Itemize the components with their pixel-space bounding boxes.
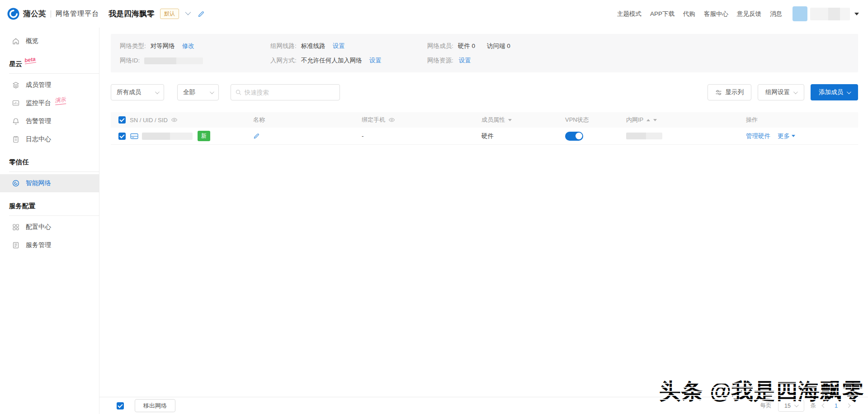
member-filter-select[interactable]: 所有成员 [111, 84, 164, 100]
chevron-down-icon [794, 403, 799, 407]
sliders-icon [715, 89, 722, 96]
brand-product-name: 网络管理平台 [56, 10, 99, 18]
nav-messages[interactable]: 消息 [770, 10, 782, 18]
page-size-select[interactable]: 15 [778, 400, 804, 412]
status-filter-select[interactable]: 全部 [177, 84, 219, 100]
nav-theme-mode[interactable]: 主题模式 [617, 10, 642, 18]
sidebar-divider [9, 215, 99, 216]
cell-name [253, 133, 362, 139]
field-label: 网络成员: [427, 42, 453, 50]
ip-redacted [626, 133, 662, 139]
cell-attr: 硬件 [481, 132, 565, 140]
network-settings-button[interactable]: 组网设置 [758, 84, 804, 100]
more-label: 更多 [778, 132, 790, 140]
search-icon [236, 89, 241, 95]
next-page-icon[interactable] [846, 404, 851, 408]
layers-icon [12, 81, 20, 89]
filter-bar: 所有成员 全部 显示列 组网设置 [111, 84, 858, 100]
row-checkbox[interactable] [118, 133, 126, 140]
dandelion-logo-icon [7, 8, 19, 20]
sidebar-section-zero-trust: 零信任 [0, 158, 99, 167]
sidebar-item-label: 日志中心 [26, 135, 51, 143]
col-actions: 操作 [746, 116, 858, 124]
section-title: 零信任 [9, 158, 29, 167]
selected-value: 所有成员 [117, 88, 141, 96]
page-title: 我是四海飘零 [108, 9, 155, 19]
column-label: 操作 [746, 116, 758, 124]
current-page[interactable]: 1 [832, 403, 840, 409]
add-member-button[interactable]: 添加成员 [811, 84, 858, 100]
nav-app-download[interactable]: APP下载 [650, 10, 675, 18]
home-icon [12, 37, 20, 45]
sidebar-item-config-center[interactable]: 配置中心 [0, 218, 99, 236]
sidebar-divider [9, 171, 99, 172]
members-hardware-count: 硬件 0 [458, 42, 475, 50]
caret-down-icon [792, 135, 795, 137]
column-label: 绑定手机 [362, 116, 385, 124]
edit-name-icon[interactable] [253, 133, 260, 139]
sidebar-item-service-management[interactable]: 服务管理 [0, 236, 99, 254]
col-attr[interactable]: 成员属性 [481, 116, 565, 124]
show-columns-button[interactable]: 显示列 [708, 84, 752, 100]
sidebar-item-log-center[interactable]: 日志中心 [0, 130, 99, 148]
default-badge: 默认 [160, 9, 179, 19]
cell-actions: 管理硬件 更多 [746, 132, 858, 140]
sidebar-item-label: 告警管理 [26, 117, 51, 125]
manage-hardware-link[interactable]: 管理硬件 [746, 132, 770, 140]
table-header-row: SN / UID / SID 名称 绑定手机 成员属性 VPN状态 内网IP [111, 112, 858, 128]
nav-support-center[interactable]: 客服中心 [704, 10, 728, 18]
demo-badge: 演示 [54, 96, 66, 105]
col-name: 名称 [253, 116, 362, 124]
sn-redacted [142, 133, 193, 140]
chevron-down-icon [847, 90, 851, 94]
topbar: 蒲公英 网络管理平台 我是四海飘零 默认 主题模式 APP下载 代购 客服中心 … [0, 0, 868, 28]
sidebar-item-alert-management[interactable]: 告警管理 [0, 112, 99, 130]
sidebar-item-member-management[interactable]: 成员管理 [0, 76, 99, 94]
remove-from-network-button[interactable]: 移出网络 [135, 399, 175, 412]
col-ip[interactable]: 内网IP [626, 116, 746, 124]
network-switch-chevron-icon[interactable] [185, 10, 191, 15]
network-type-field: 网络类型: 对等网络 修改 [120, 42, 270, 50]
nav-purchase[interactable]: 代购 [683, 10, 695, 18]
footer-bar: 移出网络 每页 15 条 1 [99, 397, 868, 414]
column-label: 成员属性 [481, 116, 505, 124]
search-input[interactable] [245, 89, 335, 96]
chevron-down-icon [210, 90, 214, 94]
line-settings-link[interactable]: 设置 [333, 42, 345, 50]
network-line-value: 标准线路 [301, 42, 326, 50]
network-title-area: 我是四海飘零 默认 [108, 9, 205, 19]
col-sn: SN / UID / SID [130, 117, 253, 124]
sidebar-item-overview[interactable]: 概览 [0, 32, 99, 50]
vpn-toggle[interactable] [565, 132, 583, 141]
top-nav: 主题模式 APP下载 代购 客服中心 意见反馈 消息 [617, 6, 859, 21]
network-resources-field: 网络资源: 设置 [427, 57, 849, 65]
select-all-checkbox[interactable] [118, 116, 126, 124]
grid-icon [12, 223, 20, 231]
nav-feedback[interactable]: 意见反馈 [737, 10, 761, 18]
quick-search-box [231, 84, 340, 100]
prev-page-icon[interactable] [822, 404, 826, 408]
footer-select-checkbox[interactable] [117, 402, 124, 409]
phone-value: - [362, 133, 364, 139]
more-actions-link[interactable]: 更多 [778, 132, 795, 140]
account-menu[interactable] [793, 6, 859, 21]
sidebar-item-smart-network[interactable]: 智能网络 [0, 174, 99, 192]
chevron-down-icon [793, 90, 798, 94]
col-phone: 绑定手机 [362, 116, 481, 124]
sidebar-item-monitor-platform[interactable]: 监控平台 演示 [0, 94, 99, 112]
filter-actions: 显示列 组网设置 添加成员 [708, 84, 859, 100]
members-table: SN / UID / SID 名称 绑定手机 成员属性 VPN状态 内网IP [111, 112, 858, 145]
per-page-unit: 条 [811, 402, 816, 409]
resources-settings-link[interactable]: 设置 [459, 57, 471, 65]
modify-network-type-link[interactable]: 修改 [182, 42, 194, 50]
sidebar-item-label: 智能网络 [26, 179, 51, 187]
edit-network-name-icon[interactable] [198, 10, 205, 18]
col-vpn: VPN状态 [565, 116, 626, 124]
eye-icon[interactable] [388, 117, 395, 123]
sidebar-item-label: 概览 [26, 37, 38, 45]
sidebar-section-service-config: 服务配置 [0, 202, 99, 210]
join-mode-settings-link[interactable]: 设置 [369, 57, 382, 65]
account-caret-icon [854, 13, 859, 15]
eye-icon[interactable] [171, 117, 178, 123]
sidebar-item-label: 配置中心 [26, 223, 51, 231]
